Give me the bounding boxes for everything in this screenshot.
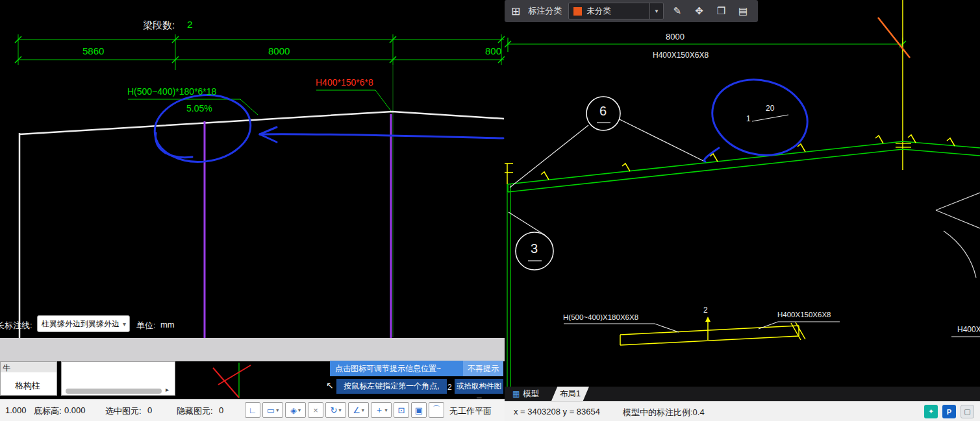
cursor-icon: ↖: [326, 380, 334, 391]
close-icon[interactable]: ×: [308, 402, 323, 418]
camera-icon[interactable]: ⊡: [394, 402, 409, 418]
hidden-count-label: 隐藏图元:: [177, 405, 213, 417]
dim-line-select[interactable]: 柱翼缘外边到翼缘外边 ▾: [37, 315, 130, 332]
cursor-coordinates: x = 3403208 y = 83654: [514, 407, 600, 416]
tab-model[interactable]: ▦ 模型: [512, 387, 539, 401]
slope-rise: 1: [746, 114, 751, 123]
lower-strip: 牛 格构柱 ▸ 点击图标可调节提示信息位置~ 不再提示 ↖: [0, 361, 505, 399]
right-cad-canvas[interactable]: 8000 H400X150X6X8 6 3 1 20 2 H(500~400)X…: [505, 0, 980, 387]
product-icon[interactable]: P: [942, 405, 956, 418]
layout-tab-strip: ▦ 模型 布局1: [505, 387, 980, 401]
beam-segments-value: 2: [187, 19, 193, 30]
slope-label: 5.05%: [186, 103, 212, 114]
callout-6-number: 6: [599, 104, 607, 119]
hidden-count-value: 0: [219, 405, 223, 415]
detail-spec-left: H(500~400)X180X6X8: [563, 313, 638, 321]
right-viewport: 8000 H400X150X6X8 6 3 1 20 2 H(500~400)X…: [505, 0, 980, 421]
copy-view-icon[interactable]: ▣: [411, 402, 427, 418]
dimension-8000: 8000: [268, 45, 290, 56]
chevron-down-icon: ▾: [119, 320, 129, 328]
beam-segments-label: 梁段数:: [143, 19, 175, 32]
unit-label: 单位:: [136, 320, 156, 331]
rotate-view-icon[interactable]: ↻▾: [325, 402, 346, 418]
scroll-arrow-icon[interactable]: ▸: [166, 386, 169, 393]
scale-value: 1.000: [5, 405, 27, 415]
right-cad-linework: [505, 0, 980, 387]
dim-line-label: 长标注线:: [0, 320, 32, 331]
model-tab-label: 模型: [523, 389, 539, 400]
left-cad-canvas[interactable]: 梁段数: 2 5860 8000 800 H(500~400)*180*6*18…: [0, 0, 505, 338]
workplane-icon[interactable]: ▭▾: [262, 402, 283, 418]
detail-count: 2: [703, 306, 708, 315]
window-icon[interactable]: ▢: [961, 405, 974, 418]
left-viewport: 梁段数: 2 5860 8000 800 H(500~400)*180*6*18…: [0, 0, 505, 421]
right-dimension-8000: 8000: [666, 32, 685, 42]
component-list-header: 牛: [1, 362, 57, 372]
slope-run: 20: [766, 104, 774, 113]
horizontal-scrollbar[interactable]: [66, 389, 162, 394]
annotation-scale-text: 模型中的标注比例:0.4: [623, 407, 705, 418]
dimension-5860: 5860: [82, 45, 104, 56]
hint-tooltip: 点击图标可调节提示信息位置~: [330, 361, 468, 376]
dismiss-hint-button[interactable]: 不再提示: [463, 361, 503, 376]
prompt-box-1: 按鼠标左键指定第一个角点,: [336, 379, 447, 394]
right-beam-spec-top: H400X150X6X8: [653, 51, 709, 60]
component-preview-panel[interactable]: ▸: [61, 361, 175, 396]
detail-spec-right: H400X150X6X8: [777, 311, 831, 319]
angle-icon[interactable]: ∠▾: [348, 402, 369, 418]
hint-tooltip-text: 点击图标可调节提示信息位置~: [335, 364, 441, 373]
component-list-panel[interactable]: 牛 格构柱: [0, 361, 57, 396]
stray-digit: 2: [447, 383, 452, 392]
collapsed-ribbon-band: [0, 338, 505, 361]
left-cad-linework: [0, 0, 505, 338]
base-elevation-label: 底标高:: [34, 405, 62, 417]
cad-fragment[interactable]: [175, 361, 330, 399]
unit-value: mm: [160, 320, 175, 330]
arc-tool-icon[interactable]: ⌒: [429, 402, 444, 418]
component-item-lattice-column[interactable]: 格构柱: [15, 380, 40, 392]
workplane-status: 无工作平面: [449, 405, 492, 417]
base-elevation-value: 0.000: [64, 405, 86, 415]
left-status-bar: 1.000 底标高: 0.000 选中图元: 0 隐藏图元: 0 ∟ ▭▾ ◈▾…: [0, 399, 505, 421]
prompt-box-2: 或拾取构件图元: [455, 379, 503, 394]
view-tool-row: ∟ ▭▾ ◈▾ × ↻▾ ∠▾ ＋▾ ⊡ ▣ ⌒: [245, 402, 444, 418]
detail-spec-edge-clipped: H400X: [957, 325, 980, 334]
tab-layout1[interactable]: 布局1: [551, 387, 589, 401]
dismiss-hint-label: 不再提示: [468, 364, 499, 373]
snap-crosshair-icon[interactable]: ＋▾: [371, 402, 392, 418]
view-cube-icon[interactable]: ◈▾: [285, 402, 306, 418]
callout-3-number: 3: [531, 241, 538, 256]
dimension-800-clipped: 800: [485, 45, 501, 56]
selected-count-label: 选中图元:: [105, 405, 142, 417]
beam-spec-label-1: H(500~400)*180*6*18: [127, 86, 216, 97]
beam-spec-label-2: H400*150*6*8: [316, 77, 373, 88]
app-window: 梁段数: 2 5860 8000 800 H(500~400)*180*6*18…: [0, 0, 980, 421]
layout1-tab-label: 布局1: [560, 389, 581, 398]
feedback-icon[interactable]: ✦: [924, 405, 938, 418]
dim-line-select-value: 柱翼缘外边到翼缘外边: [38, 319, 119, 330]
component-item-partial[interactable]: 牛: [3, 363, 10, 374]
model-tab-icon: ▦: [512, 389, 520, 398]
right-status-bar: x = 3403208 y = 83654 模型中的标注比例:0.4 ✦ P ▢: [505, 401, 980, 421]
ucs-axis-icon[interactable]: ∟: [245, 402, 260, 418]
prompt-text-1: 按鼠标左键指定第一个角点,: [344, 381, 439, 391]
selected-count-value: 0: [147, 405, 152, 415]
